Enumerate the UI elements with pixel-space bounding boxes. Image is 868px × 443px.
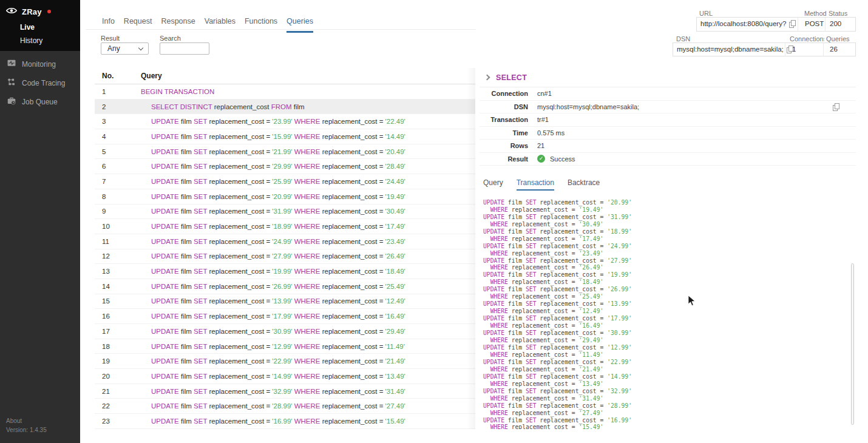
status-value: 200 (830, 20, 841, 27)
column-header-query: Query (141, 72, 162, 80)
table-row[interactable]: 14UPDATE film SET replacement_cost = '26… (95, 279, 475, 294)
tab-info[interactable]: Info (102, 17, 115, 33)
url-label: URL (697, 10, 714, 17)
main-tabbar: InfoRequestResponseVariablesFunctionsQue… (102, 17, 313, 33)
query-detail-title: SELECT (496, 73, 527, 82)
log-line: UPDATE film SET replacement_cost = '22.9… (483, 359, 847, 366)
tab-request[interactable]: Request (124, 17, 152, 33)
table-row[interactable]: 12UPDATE film SET replacement_cost = '27… (95, 249, 475, 265)
table-row[interactable]: 6UPDATE film SET replacement_cost = '29.… (95, 159, 475, 174)
row-query-sql: UPDATE film SET replacement_cost = '23.9… (141, 118, 405, 125)
table-row[interactable]: 18UPDATE film SET replacement_cost = '12… (95, 339, 475, 354)
row-number: 16 (95, 313, 141, 320)
copy-dsn-detail-icon[interactable] (833, 103, 839, 110)
sidebar-item-live[interactable]: Live (0, 21, 80, 34)
row-number: 19 (95, 357, 141, 365)
tab-queries[interactable]: Queries (287, 17, 313, 33)
method-label: Method (802, 10, 829, 17)
tabbar-divider (86, 29, 476, 30)
tab-functions[interactable]: Functions (245, 17, 277, 33)
log-line: UPDATE film SET replacement_cost = '17.9… (483, 315, 847, 322)
table-row[interactable]: 20UPDATE film SET replacement_cost = '14… (95, 369, 475, 384)
connections-value: 1 (792, 46, 796, 53)
log-line: WHERE replacement_cost = '12.49' (483, 308, 847, 315)
sidebar-top-section: ZRay Live History (0, 0, 80, 51)
sidebar-item-label: Job Queue (22, 98, 58, 106)
row-query-sql: UPDATE film SET replacement_cost = '22.9… (141, 357, 405, 365)
about-link[interactable]: About (6, 417, 47, 426)
table-row[interactable]: 10UPDATE film SET replacement_cost = '18… (95, 219, 475, 234)
table-row[interactable]: 2SELECT DISTINCT replacement_cost FROM f… (95, 100, 475, 115)
log-line: UPDATE film SET replacement_cost = '16.9… (483, 417, 847, 424)
row-number: 21 (95, 388, 141, 395)
result-filter-value: Any (107, 44, 120, 53)
log-line: WHERE replacement_cost = '29.49' (483, 337, 847, 344)
table-row[interactable]: 17UPDATE film SET replacement_cost = '30… (95, 324, 475, 339)
table-row[interactable]: 19UPDATE film SET replacement_cost = '22… (95, 354, 475, 369)
row-number: 22 (95, 402, 141, 410)
tab-variables[interactable]: Variables (205, 17, 236, 33)
detail-row-result: Result✓Success (480, 153, 856, 166)
log-scrollbar[interactable] (851, 263, 854, 425)
log-line: WHERE replacement_cost = '15.49' (483, 424, 847, 429)
row-number: 17 (95, 328, 141, 335)
row-query-sql: UPDATE film SET replacement_cost = '13.9… (141, 297, 405, 305)
detail-value: 0.575 ms (537, 129, 856, 137)
app-logo: ZRay (0, 5, 80, 21)
log-line: UPDATE film SET replacement_cost = '26.9… (483, 286, 847, 293)
table-row[interactable]: 15UPDATE film SET replacement_cost = '13… (95, 294, 475, 309)
result-filter-label: Result (101, 35, 120, 42)
table-row[interactable]: 8UPDATE film SET replacement_cost = '20.… (95, 189, 475, 205)
version-label: Version: 1.4.35 (6, 426, 47, 435)
recording-dot-icon (47, 10, 51, 13)
log-line: WHERE replacement_cost = '16.49' (483, 322, 847, 330)
table-row[interactable]: 9UPDATE film SET replacement_cost = '31.… (95, 205, 475, 220)
divider (825, 18, 826, 31)
detail-label: Connection (480, 90, 528, 97)
query-table: No. Query 1BEGIN TRANSACTION2SELECT DIST… (95, 68, 475, 429)
detail-row-transaction: Transactiontr#1 (480, 113, 856, 127)
table-row[interactable]: 3UPDATE film SET replacement_cost = '23.… (95, 114, 475, 129)
table-row[interactable]: 11UPDATE film SET replacement_cost = '24… (95, 234, 475, 249)
sidebar-item-history[interactable]: History (0, 34, 80, 47)
sidebar-item-monitoring[interactable]: Monitoring (0, 55, 80, 73)
detail-row-time: Time0.575 ms (480, 127, 856, 140)
detail-label: DSN (480, 103, 528, 110)
row-number: 13 (95, 268, 141, 275)
query-detail-header: SELECT (480, 68, 856, 87)
search-label: Search (160, 35, 181, 42)
table-row[interactable]: 7UPDATE film SET replacement_cost = '25.… (95, 174, 475, 189)
sidebar-item-code-tracing[interactable]: Code Tracing (0, 73, 80, 92)
table-row[interactable]: 1BEGIN TRANSACTION (95, 84, 475, 100)
row-query-sql: UPDATE film SET replacement_cost = '24.9… (141, 238, 405, 245)
table-row[interactable]: 4UPDATE film SET replacement_cost = '15.… (95, 129, 475, 144)
detail-label: Transaction (480, 116, 528, 123)
detail-value: tr#1 (537, 116, 856, 123)
copy-url-icon[interactable] (789, 20, 795, 27)
row-query-sql: UPDATE film SET replacement_cost = '31.9… (141, 208, 405, 215)
transaction-log[interactable]: UPDATE film SET replacement_cost = '20.9… (483, 188, 847, 429)
log-line: WHERE replacement_cost = '25.49' (483, 293, 847, 300)
column-header-no: No. (95, 72, 141, 80)
detail-row-connection: Connectioncn#1 (480, 87, 856, 101)
row-number: 6 (95, 163, 141, 170)
row-query-sql: UPDATE film SET replacement_cost = '18.9… (141, 223, 405, 230)
log-line: UPDATE film SET replacement_cost = '27.9… (483, 257, 847, 265)
table-row[interactable]: 16UPDATE film SET replacement_cost = '17… (95, 309, 475, 324)
tab-response[interactable]: Response (161, 17, 195, 33)
divider (785, 43, 785, 56)
result-filter-select[interactable]: Any (101, 42, 149, 55)
table-row[interactable]: 21UPDATE film SET replacement_cost = '32… (95, 384, 475, 399)
table-row[interactable]: 23UPDATE film SET replacement_cost = '16… (95, 414, 475, 429)
table-row[interactable]: 13UPDATE film SET replacement_cost = '19… (95, 264, 475, 279)
row-number: 14 (95, 283, 141, 290)
table-row[interactable]: 22UPDATE film SET replacement_cost = '28… (95, 399, 475, 414)
search-input[interactable] (160, 42, 209, 55)
detail-row-rows: Rows21 (480, 140, 856, 153)
log-line: UPDATE film SET replacement_cost = '20.9… (483, 199, 847, 206)
dsn-value: mysql:host=mysql;dbname=sakila; (677, 46, 784, 53)
sidebar-item-job-queue[interactable]: Job Queue (0, 92, 80, 112)
row-number: 20 (95, 373, 141, 380)
table-row[interactable]: 5UPDATE film SET replacement_cost = '21.… (95, 144, 475, 160)
chevron-right-icon[interactable] (484, 75, 490, 81)
